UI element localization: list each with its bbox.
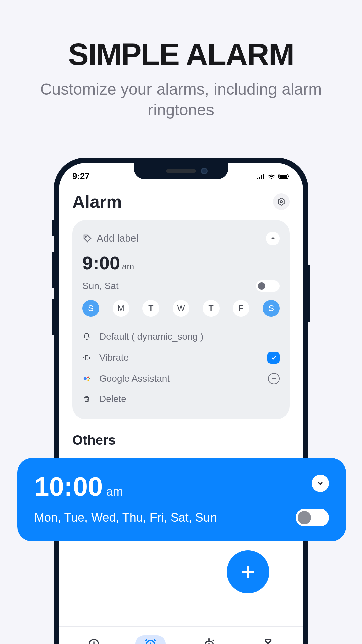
phone-screen: 9:27 Alarm Add label bbox=[59, 163, 303, 644]
bottom-nav: Clock Alarm Stopwatch Timer bbox=[59, 626, 303, 644]
blue-alarm-time: 10:00 bbox=[34, 471, 103, 502]
nav-alarm[interactable]: Alarm bbox=[135, 635, 166, 644]
status-icons bbox=[256, 171, 290, 181]
tag-icon bbox=[82, 233, 93, 244]
settings-button[interactable] bbox=[273, 193, 290, 210]
alarm-time: 9:00 bbox=[82, 252, 120, 274]
day-toggle-fri[interactable]: F bbox=[233, 300, 249, 317]
assistant-label: Google Assistant bbox=[99, 373, 170, 384]
chevron-down-icon bbox=[316, 479, 324, 487]
svg-rect-1 bbox=[280, 175, 287, 178]
vibrate-checkbox[interactable] bbox=[267, 352, 280, 364]
nav-stopwatch[interactable]: Stopwatch bbox=[192, 635, 227, 644]
days-summary: Sun, Sat bbox=[82, 281, 118, 291]
blue-enable-toggle[interactable] bbox=[296, 509, 329, 526]
marketing-subtitle: Customize your alarms, including alarm r… bbox=[0, 79, 362, 121]
blue-days-summary: Mon, Tue, Wed, Thu, Fri, Sat, Sun bbox=[34, 511, 217, 525]
svg-point-9 bbox=[89, 378, 90, 379]
add-label-text: Add label bbox=[97, 233, 138, 244]
page-title: Alarm bbox=[72, 192, 122, 212]
day-toggle-tue[interactable]: T bbox=[142, 300, 159, 317]
alarm-time-button[interactable]: 9:00 am bbox=[82, 252, 280, 274]
delete-row[interactable]: Delete bbox=[82, 389, 280, 409]
svg-rect-5 bbox=[85, 355, 88, 360]
phone-frame: 9:27 Alarm Add label bbox=[54, 158, 308, 644]
delete-label: Delete bbox=[99, 394, 126, 405]
svg-point-6 bbox=[84, 377, 87, 380]
svg-rect-2 bbox=[288, 175, 289, 177]
alarm-card-expanded: Add label 9:00 am Sun, Sat S M T W T bbox=[72, 220, 290, 419]
day-selector: S M T W T F S bbox=[82, 300, 280, 317]
stopwatch-icon bbox=[203, 638, 215, 644]
assistant-add-button[interactable] bbox=[268, 373, 280, 384]
bell-icon bbox=[82, 333, 91, 341]
svg-point-4 bbox=[85, 236, 86, 237]
battery-icon bbox=[278, 173, 290, 179]
collapse-button[interactable] bbox=[266, 232, 280, 245]
marketing-title: SIMPLE ALARM bbox=[0, 0, 362, 72]
wifi-icon bbox=[267, 173, 276, 179]
add-label-button[interactable]: Add label bbox=[82, 233, 138, 244]
assistant-row[interactable]: Google Assistant bbox=[82, 368, 280, 389]
alarm-ampm: am bbox=[122, 261, 134, 272]
day-toggle-wed[interactable]: W bbox=[173, 300, 189, 317]
status-time: 9:27 bbox=[72, 171, 90, 181]
alarm-card-collapsed[interactable]: 10:00 am Mon, Tue, Wed, Thu, Fri, Sat, S… bbox=[17, 458, 346, 541]
plus-icon bbox=[239, 563, 257, 581]
phone-notch bbox=[134, 163, 228, 179]
svg-point-3 bbox=[280, 201, 283, 203]
day-toggle-sun[interactable]: S bbox=[82, 300, 99, 317]
vibrate-row[interactable]: Vibrate bbox=[82, 347, 280, 368]
day-toggle-mon[interactable]: M bbox=[113, 300, 129, 317]
day-toggle-sat[interactable]: S bbox=[263, 300, 280, 317]
others-heading: Others bbox=[59, 419, 303, 454]
hourglass-icon bbox=[262, 638, 274, 644]
signal-icon bbox=[256, 173, 265, 179]
ringtone-row[interactable]: Default ( dynamic_song ) bbox=[82, 327, 280, 347]
day-toggle-thu[interactable]: T bbox=[203, 300, 220, 317]
nav-timer[interactable]: Timer bbox=[253, 635, 283, 644]
vibrate-label: Vibrate bbox=[99, 352, 129, 363]
check-icon bbox=[270, 354, 277, 361]
svg-point-8 bbox=[87, 379, 89, 381]
alarm-icon bbox=[144, 638, 157, 644]
clock-icon bbox=[88, 638, 100, 644]
gear-icon bbox=[277, 197, 286, 206]
chevron-up-icon bbox=[270, 235, 276, 241]
trash-icon bbox=[82, 395, 91, 403]
google-assistant-icon bbox=[82, 375, 91, 382]
nav-clock[interactable]: Clock bbox=[79, 635, 109, 644]
alarm-enable-toggle[interactable] bbox=[256, 280, 280, 292]
plus-icon bbox=[271, 376, 277, 382]
svg-point-7 bbox=[87, 377, 89, 379]
add-alarm-fab[interactable] bbox=[227, 550, 269, 593]
blue-alarm-ampm: am bbox=[106, 485, 123, 499]
expand-button[interactable] bbox=[312, 475, 329, 492]
ringtone-label: Default ( dynamic_song ) bbox=[99, 331, 203, 342]
vibrate-icon bbox=[82, 354, 91, 362]
